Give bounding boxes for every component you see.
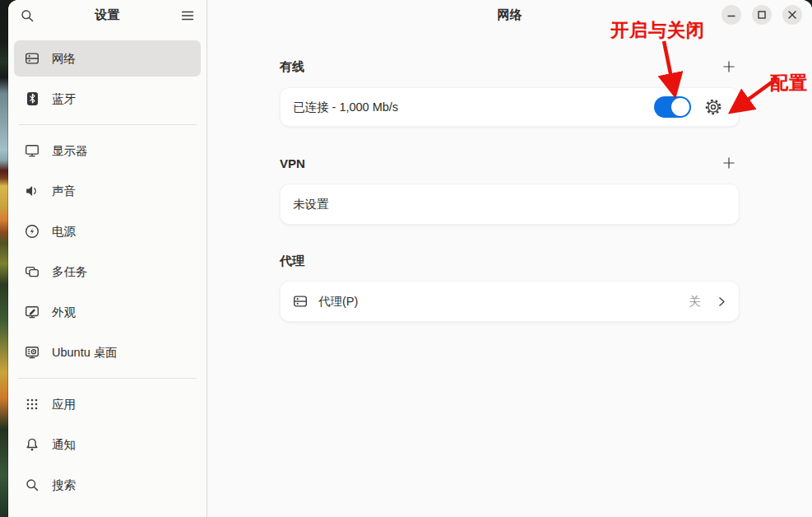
network-icon [25, 51, 39, 66]
proxy-section-title: 代理 [280, 254, 304, 269]
sidebar-item-sound[interactable]: 声音 [14, 173, 201, 209]
sidebar-item-label: 搜索 [52, 477, 76, 493]
proxy-section-header: 代理 [280, 250, 740, 272]
sidebar: 设置 网络 蓝牙 [8, 0, 207, 517]
page-title: 网络 [498, 7, 522, 21]
vpn-status: 未设置 [293, 197, 329, 212]
sidebar-item-label: 声音 [52, 184, 76, 199]
gear-icon [704, 98, 722, 116]
main-header: 网络 [207, 0, 812, 39]
wired-toggle-switch[interactable] [654, 96, 691, 118]
maximize-icon [757, 10, 767, 20]
sidebar-item-label: 外观 [52, 305, 76, 320]
plus-icon [722, 156, 735, 170]
proxy-label: 代理(P) [318, 294, 358, 310]
vpn-row: 未设置 [280, 184, 740, 225]
sidebar-item-label: 蓝牙 [52, 91, 76, 107]
hamburger-menu-button[interactable] [175, 5, 200, 26]
sidebar-item-notifications[interactable]: 通知 [14, 426, 201, 463]
close-button[interactable] [782, 5, 802, 25]
proxy-row[interactable]: 代理(P) 关 [280, 281, 740, 322]
bluetooth-icon [25, 91, 39, 106]
plus-icon [722, 60, 735, 73]
sidebar-item-label: 多任务 [52, 264, 88, 280]
sidebar-item-multitasking[interactable]: 多任务 [14, 254, 201, 290]
sidebar-item-label: 应用 [52, 397, 76, 412]
sidebar-item-displays[interactable]: 显示器 [14, 133, 201, 169]
sidebar-item-label: 网络 [52, 51, 76, 67]
sidebar-item-appearance[interactable]: 外观 [14, 294, 201, 330]
sidebar-item-label: 电源 [52, 224, 76, 240]
toggle-knob [671, 98, 689, 116]
sidebar-separator [18, 378, 197, 379]
hamburger-icon [181, 10, 194, 21]
wired-section-header: 有线 [280, 56, 740, 77]
search-icon [21, 9, 35, 23]
appearance-icon [25, 305, 39, 319]
proxy-icon [293, 294, 308, 309]
display-icon [25, 143, 39, 158]
sidebar-item-label: 显示器 [52, 143, 88, 159]
search-icon [25, 477, 39, 492]
sidebar-separator [18, 124, 197, 125]
sidebar-item-ubuntu-desktop[interactable]: Ubuntu 桌面 [14, 334, 201, 370]
close-icon [787, 10, 797, 20]
power-icon [25, 224, 39, 239]
search-button[interactable] [15, 5, 39, 26]
vpn-section-title: VPN [280, 156, 305, 170]
minimize-button[interactable] [722, 5, 741, 25]
wired-connection-status: 已连接 - 1,000 Mb/s [293, 100, 398, 115]
sidebar-item-power[interactable]: 电源 [14, 213, 201, 249]
minimize-icon [726, 10, 736, 20]
window-controls [722, 5, 802, 25]
sidebar-item-apps[interactable]: 应用 [14, 386, 201, 422]
sidebar-item-bluetooth[interactable]: 蓝牙 [14, 81, 201, 117]
add-vpn-button[interactable] [718, 152, 740, 174]
apps-grid-icon [25, 397, 39, 412]
wired-connection-row[interactable]: 已连接 - 1,000 Mb/s [280, 87, 740, 127]
chevron-right-icon [717, 295, 726, 309]
sidebar-item-network[interactable]: 网络 [14, 40, 201, 77]
sidebar-item-search[interactable]: 搜索 [14, 467, 201, 503]
bell-icon [25, 437, 39, 452]
maximize-button[interactable] [752, 5, 772, 25]
add-wired-connection-button[interactable] [718, 56, 740, 77]
sound-icon [25, 184, 39, 198]
settings-window: 设置 网络 蓝牙 [8, 0, 812, 517]
main-pane: 网络 [207, 0, 812, 517]
sidebar-header: 设置 [8, 0, 206, 39]
wired-section-title: 有线 [280, 59, 304, 75]
network-content: 有线 已连接 - 1,000 Mb/s [280, 56, 740, 322]
sidebar-item-label: Ubuntu 桌面 [52, 345, 118, 361]
sidebar-nav: 网络 蓝牙 显示器 声音 [8, 39, 206, 507]
vpn-section-header: VPN [280, 152, 740, 174]
wired-settings-button[interactable] [703, 97, 723, 117]
proxy-status-value: 关 [689, 294, 702, 310]
sidebar-item-label: 通知 [52, 437, 76, 453]
multitasking-icon [25, 264, 39, 279]
ubuntu-desktop-icon [25, 345, 39, 360]
sidebar-title: 设置 [95, 7, 120, 22]
